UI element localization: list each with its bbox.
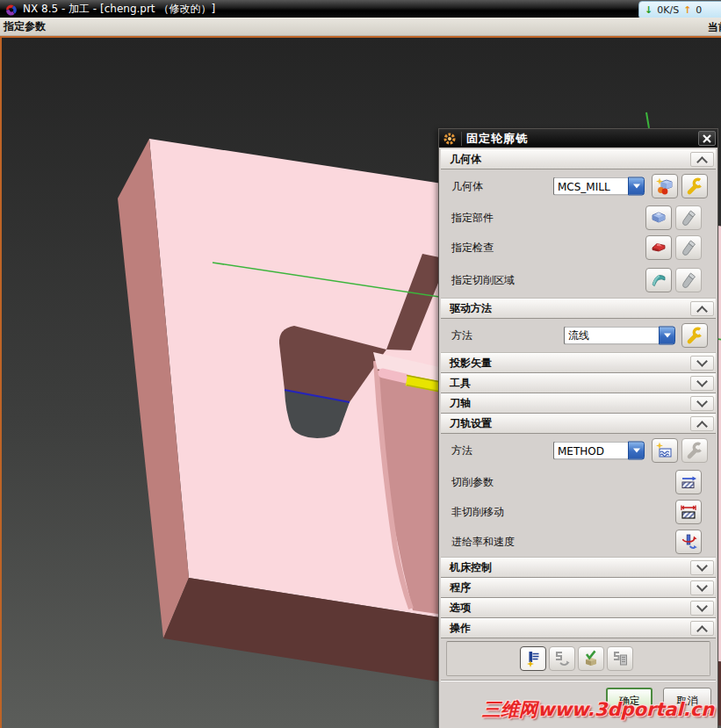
dialog-body: 几何体 几何体 MCS_MILL — [439, 148, 717, 728]
section-header-tool-axis[interactable]: 刀轴 — [441, 393, 716, 414]
specify-check-row: 指定检查 — [441, 233, 716, 263]
select-part-button[interactable] — [645, 205, 672, 230]
upload-speed: 0 — [696, 4, 702, 16]
non-cutting-moves-row: 非切削移动 — [441, 497, 716, 527]
section-title: 操作 — [450, 621, 471, 636]
specify-part-row: 指定部件 — [441, 203, 716, 233]
display-cut-area-button[interactable] — [675, 268, 702, 292]
section-header-drive-method[interactable]: 驱动方法 — [441, 299, 716, 319]
expand-button[interactable] — [690, 560, 714, 575]
method-value: METHOD — [553, 442, 628, 460]
geometry-group: 几何体 MCS_MILL — [441, 169, 716, 299]
specify-cut-area-label: 指定切削区域 — [451, 273, 515, 288]
section-header-actions[interactable]: 操作 — [441, 618, 716, 638]
watermark-text: 三维网www.3dportal.cn — [482, 697, 714, 722]
expand-button[interactable] — [690, 376, 714, 391]
feeds-speeds-button[interactable] — [675, 530, 702, 554]
dropdown-arrow-icon[interactable] — [628, 442, 645, 460]
path-settings-group: 方法 METHOD — [441, 434, 716, 558]
edit-method-button[interactable] — [681, 438, 708, 463]
display-check-button[interactable] — [675, 235, 702, 260]
chevron-down-icon — [696, 601, 708, 612]
chevron-up-icon — [696, 306, 708, 317]
specify-part-label: 指定部件 — [451, 211, 494, 226]
cutting-params-button[interactable] — [675, 470, 702, 494]
expand-button[interactable] — [690, 601, 714, 616]
geometry-dropdown[interactable]: MCS_MILL — [553, 177, 645, 196]
edit-drive-method-button[interactable] — [681, 323, 708, 348]
chevron-up-icon — [696, 625, 708, 637]
list-button[interactable] — [607, 646, 633, 671]
chevron-up-icon — [696, 421, 708, 432]
display-part-button[interactable] — [675, 205, 702, 230]
section-header-projection-vector[interactable]: 投影矢量 — [441, 353, 716, 373]
section-header-path-settings[interactable]: 刀轨设置 — [441, 414, 716, 434]
section-title: 驱动方法 — [450, 301, 492, 316]
new-geometry-button[interactable] — [652, 174, 678, 198]
geometry-label: 几何体 — [451, 179, 483, 194]
tool-holder — [383, 373, 406, 378]
flashlight-icon — [679, 208, 698, 227]
part-solid-icon — [649, 208, 668, 227]
new-method-button[interactable] — [652, 438, 678, 463]
expand-button[interactable] — [690, 356, 714, 371]
wrench-icon — [685, 177, 704, 196]
drive-method-dropdown[interactable]: 流线 — [564, 327, 675, 345]
chevron-down-icon — [696, 356, 708, 367]
non-cutting-moves-button[interactable] — [675, 500, 702, 524]
generate-toolpath-button[interactable] — [520, 646, 546, 671]
wrench-icon — [685, 326, 704, 345]
section-header-program[interactable]: 程序 — [441, 578, 716, 598]
non-cutting-moves-label: 非切削移动 — [451, 505, 504, 520]
actions-panel — [446, 641, 710, 676]
cut-area-surface-icon — [649, 270, 668, 290]
download-arrow-icon: ↓ — [645, 4, 653, 16]
close-icon[interactable] — [698, 131, 716, 146]
download-speed: 0K/S — [657, 4, 679, 16]
drive-method-label: 方法 — [451, 328, 472, 343]
drive-method-value: 流线 — [564, 327, 659, 345]
create-geometry-icon — [655, 177, 674, 196]
network-speed-widget[interactable]: ↓ 0K/S ↑ 0 — [638, 1, 721, 19]
expand-button[interactable] — [690, 580, 714, 595]
collapse-button[interactable] — [690, 416, 714, 431]
chevron-up-icon — [696, 156, 708, 168]
upload-arrow-icon: ↑ — [683, 4, 691, 16]
section-header-geometry[interactable]: 几何体 — [441, 149, 716, 169]
section-header-tool[interactable]: 工具 — [441, 373, 716, 393]
status-text-right: 当前 — [708, 20, 721, 35]
recalculate-button[interactable] — [549, 646, 575, 671]
section-title: 刀轨设置 — [450, 416, 492, 431]
method-row: 方法 METHOD — [441, 434, 716, 467]
edit-geometry-button[interactable] — [681, 174, 708, 198]
specify-check-label: 指定检查 — [451, 241, 494, 256]
collapse-button[interactable] — [690, 621, 714, 636]
dialog-gear-icon — [443, 132, 462, 146]
geometry-value: MCS_MILL — [553, 177, 628, 196]
section-header-machine-control[interactable]: 机床控制 — [441, 558, 716, 578]
dropdown-arrow-icon[interactable] — [659, 327, 675, 345]
window-title: NX 8.5 - 加工 - [cheng.prt （修改的）] — [23, 2, 215, 17]
feeds-speeds-icon — [679, 532, 698, 551]
fixed-contour-mill-dialog: 固定轮廓铣 几何体 几何体 MCS_MILL — [438, 128, 718, 728]
select-cut-area-button[interactable] — [645, 268, 672, 292]
generate-toolpath-icon — [523, 649, 543, 668]
dropdown-arrow-icon[interactable] — [628, 177, 645, 196]
chevron-down-icon — [696, 580, 708, 592]
geometry-row: 几何体 MCS_MILL — [441, 169, 716, 203]
method-dropdown[interactable]: METHOD — [553, 442, 645, 460]
section-title: 工具 — [450, 376, 471, 391]
section-header-options[interactable]: 选项 — [441, 598, 716, 618]
nx-application-window: NX 8.5 - 加工 - [cheng.prt （修改的）] ↓ 0K/S ↑… — [0, 0, 721, 728]
expand-button[interactable] — [690, 396, 714, 411]
select-check-button[interactable] — [645, 235, 672, 260]
section-title: 选项 — [450, 601, 471, 616]
list-icon — [610, 649, 630, 668]
collapse-button[interactable] — [690, 152, 714, 167]
feeds-speeds-row: 进给率和速度 — [441, 527, 716, 557]
verify-button[interactable] — [578, 646, 604, 671]
dialog-titlebar[interactable]: 固定轮廓铣 — [439, 129, 717, 148]
collapse-button[interactable] — [690, 301, 714, 316]
recalculate-icon — [552, 649, 572, 668]
check-solid-icon — [649, 238, 668, 257]
